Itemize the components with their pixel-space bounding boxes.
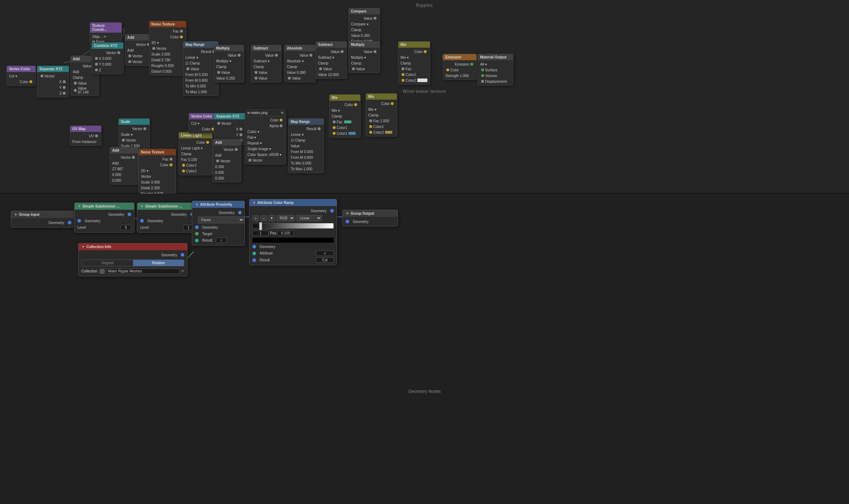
matout-surf: Surface [485,68,497,72]
mix2-c-s [354,103,357,106]
subdiv1-level-val[interactable]: 6 [120,225,131,230]
mix2-c2-s [333,132,336,135]
s2-val-out: Value [331,50,340,54]
wwatex-repeat: Repeat ▾ [247,141,262,145]
attr-prox-result-val[interactable]: x [216,238,227,243]
mr-result: Result [201,50,211,54]
wwatex-alpha: Alpha [269,124,279,128]
coll-clear-btn[interactable]: ✕ [181,269,184,274]
emission-title: Emission [445,55,461,59]
wwatex-close[interactable]: ✕ [281,111,284,115]
cxyz-x-s [95,57,98,60]
relative-btn[interactable]: Relative [133,260,184,266]
mix3-color: Color [381,102,390,106]
acr-result-val[interactable] [316,257,334,263]
wwatex-a-s [280,124,283,127]
scale-title: Scale [121,120,130,124]
ramp-handle[interactable] [259,222,262,230]
vector-in-socket [41,75,43,77]
cxyz-vec-socket [117,51,120,54]
multiply2-title: Multiply [351,43,365,47]
mix3-fac-s [369,119,372,122]
ramp-more-btn[interactable]: ▾ [269,215,275,221]
combine-xyz-header: Combine XYZ [92,43,123,49]
ll-color-s [206,141,209,144]
acr-attr-val[interactable] [316,251,334,256]
add1-in1: Add [73,70,79,74]
matout-vol: Volume [485,74,497,78]
collection-info-node: ▼ Collection Info Geometry Original Rela… [78,243,188,276]
multiply1-title: Multiply [216,46,230,50]
col-label: Col ▾ [9,74,17,78]
mr-from1: From M 0.200 [185,73,208,77]
ramp-rgb-dropdown[interactable]: RGB HSV HSL [276,215,295,221]
m1-v-s [217,71,220,74]
group-input-header: ▼ Group Input [11,211,74,218]
noise2-2d: 2D ▾ [141,169,148,173]
cxyz-y-s [95,63,98,66]
acr-attr-socket [252,252,256,255]
mix3-fac: Fac 1.000 [373,119,389,123]
scale-vec-s [143,127,146,130]
ramp-interpolation-dropdown[interactable]: Linear Ease B-Spline Cardinal Constant [297,215,322,221]
separate-xyz-node: Separate XYZ Vector X Y Z [37,66,69,98]
scale-label: Scale ▾ [121,133,133,137]
s1-val-out: Value [265,53,274,57]
mix2-fac: Fac [337,120,343,124]
mr-value-s [186,67,189,70]
compare-header: Compare [349,8,380,14]
add3-header: Add [110,147,138,153]
em-color: Color [450,68,459,72]
noise-fac: Fac [173,29,179,33]
cmp-val-out: Value [364,16,373,20]
subdiv2-header: ▼ Simple Subdivision ... [137,203,197,210]
noise2-color: Color [160,163,169,167]
noise-scale: Scale 3.000 [151,52,170,56]
add1-val-s [74,82,77,85]
mix1-c1: Color1 [405,73,416,77]
cmp-clamp: Clamp [351,28,361,32]
abs-out-s [309,54,312,57]
s2-v: Value [323,67,332,71]
add2-vec2-s [128,60,131,63]
ramp-pos-field[interactable] [278,230,294,236]
wwatex-cubic: Cubic ▾ [247,130,259,134]
faces-dropdown[interactable]: Faces Points Edges [198,217,245,223]
original-btn[interactable]: Original [82,260,133,266]
multiply2-header: Multiply [349,42,380,48]
mix1-c2: Color2 [405,79,416,82]
ll-c2: Color2 [186,169,196,173]
group-input-node: ▼ Group Input Geometry [11,211,75,228]
m1-v: Value [221,71,230,75]
group-output-header: ▼ Group Output [343,210,398,217]
mr-clamp: ☑ Clamp [185,61,200,65]
mix1-fac: Fac [405,67,412,71]
wwatex-vec-s [248,159,251,162]
mr2-linear: Linear ▾ [291,133,304,137]
add2-label: Add [127,48,134,52]
coll-name-field[interactable] [106,268,180,274]
add3-vec: Vector [121,156,131,160]
uvmap-from: From Instancer [72,140,96,144]
map-range-header: Map Range [183,42,218,48]
tc-obje: Obje... ✏ [92,35,106,39]
add2-title: Add [127,35,134,39]
ramp-index-field[interactable] [252,230,269,236]
wwatex-node: w-watex.png ✕ Color Alpha Cubic ▾ Flat ▾… [245,109,286,165]
ramp-add-btn[interactable]: + [252,215,259,221]
add3-v2: 0.000 [112,173,121,177]
orig-rel-toggle: Original Relative [81,260,184,266]
mix3-label: Mix ▾ [368,108,376,111]
subtract1-header: Subtract [251,45,281,51]
coll-info-title: Collection Info [86,245,111,249]
mr2-clamp: ☑ Clamp [291,138,305,142]
ramp-remove-btn[interactable]: − [260,215,267,221]
mix1-color-s [424,50,427,53]
add4-vec-s2 [216,160,219,162]
add4-v2: 8.366 [215,165,224,169]
attr-prox-geo-in-label: Geometry [202,225,218,229]
attr-prox-geo-out-socket [238,211,242,214]
s2-label: Subtract ▾ [318,56,334,60]
s1-v: Value [259,71,267,75]
noise-header: Noise Texture [149,21,186,27]
